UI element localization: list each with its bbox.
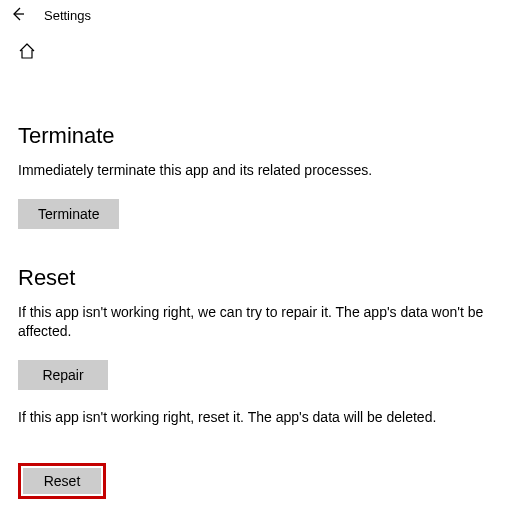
home-row (0, 30, 523, 69)
terminate-button[interactable]: Terminate (18, 199, 119, 229)
back-icon[interactable] (10, 6, 26, 24)
repair-description: If this app isn't working right, we can … (18, 303, 498, 342)
home-icon[interactable] (18, 42, 36, 65)
content: Terminate Immediately terminate this app… (0, 69, 523, 499)
terminate-description: Immediately terminate this app and its r… (18, 161, 498, 181)
reset-section: Reset If this app isn't working right, w… (18, 265, 505, 500)
reset-description: If this app isn't working right, reset i… (18, 408, 498, 428)
repair-button[interactable]: Repair (18, 360, 108, 390)
reset-heading: Reset (18, 265, 505, 291)
terminate-heading: Terminate (18, 123, 505, 149)
header-bar: Settings (0, 0, 523, 30)
reset-button[interactable]: Reset (23, 468, 101, 494)
reset-highlight: Reset (18, 463, 106, 499)
terminate-section: Terminate Immediately terminate this app… (18, 123, 505, 229)
page-title: Settings (44, 8, 91, 23)
